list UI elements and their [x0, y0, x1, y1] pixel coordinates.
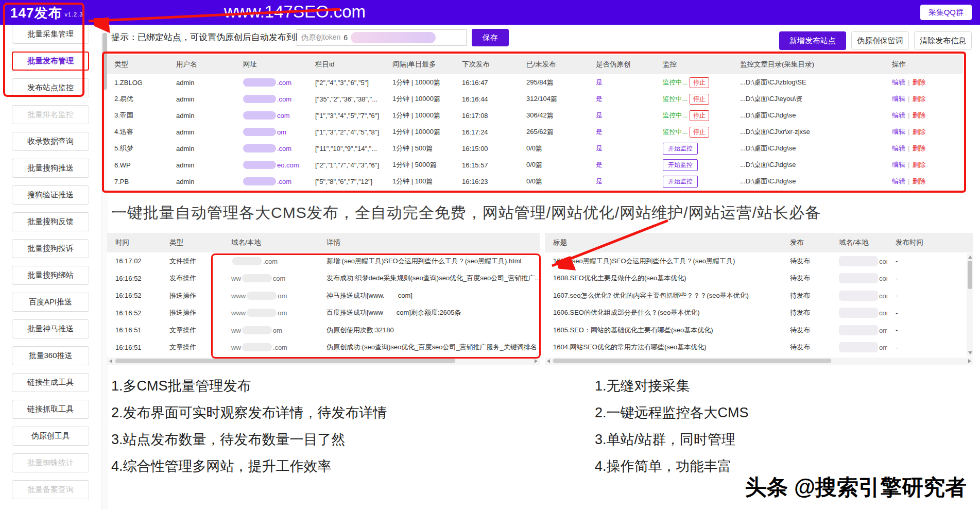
pseudo-token-input[interactable]: 伪原创token 6	[297, 29, 467, 46]
sidebar-item[interactable]: 批量搜狗推送	[12, 159, 89, 178]
scrollbar-thumb[interactable]	[968, 261, 972, 289]
site-interval: 1分钟 | 10000篇	[385, 127, 455, 137]
log-time: 16:16:52	[107, 275, 161, 282]
start-monitor-button[interactable]: 开始监控	[663, 143, 698, 155]
sidebar-item[interactable]: 批量发布管理	[12, 52, 89, 71]
sidebar-item[interactable]: 批量搜狗反馈	[12, 212, 89, 231]
sidebar-item-label: 批量搜狗推送	[27, 163, 74, 173]
log-row: 16:16:51 文章操作 wwom 伪原创使用次数:32180	[107, 321, 540, 339]
site-monitor-cell: 开始监控	[656, 159, 733, 171]
stop-monitor-button[interactable]: 停止	[690, 110, 709, 121]
pending-vertical-scrollbar[interactable]	[967, 253, 973, 357]
pseudo-reserved-words-button[interactable]: 伪原创保留词	[851, 31, 909, 50]
log-type: 文件操作	[161, 257, 223, 266]
log-domain-suffix: .com	[263, 258, 278, 265]
edit-link[interactable]: 编辑	[892, 177, 905, 185]
site-actions: 编辑|删除	[885, 144, 963, 153]
col-type: 类型	[107, 60, 169, 69]
scroll-right-icon[interactable]	[535, 359, 538, 363]
log-row: 16:16:52 推送操作 wwwom 百度推送成功[www com]剩余额度:…	[107, 304, 540, 322]
scrollbar-thumb[interactable]	[553, 359, 831, 363]
redacted-domain-blur	[839, 256, 878, 266]
edit-link[interactable]: 编辑	[892, 95, 905, 103]
sidebar-item[interactable]: 搜狗验证推送	[12, 185, 89, 205]
scrollbar-thumb[interactable]	[115, 359, 455, 363]
log-horizontal-scrollbar[interactable]	[107, 358, 540, 365]
stop-monitor-button[interactable]: 停止	[690, 127, 709, 138]
sidebar-item[interactable]: 批量备案查询	[12, 480, 89, 499]
save-button[interactable]: 保存	[472, 29, 509, 46]
sidebar-item[interactable]: 批量神马推送	[12, 319, 89, 338]
edit-link[interactable]: 编辑	[892, 128, 905, 135]
start-monitor-button[interactable]: 开始监控	[663, 176, 698, 188]
feature-list-left: 1.多CMS批量管理发布2.发布界面可实时观察发布详情，待发布详情3.站点发布数…	[111, 377, 387, 484]
sidebar-item[interactable]: 链接抓取工具	[12, 400, 89, 419]
delete-link[interactable]: 删除	[912, 161, 925, 168]
sidebar-item[interactable]: 链接生成工具	[12, 373, 89, 392]
sidebar-item[interactable]: 批量360推送	[12, 346, 89, 365]
pending-title: 1607.seo怎么优化? 优化的内容主要包括哪些？？？(seo基本优化)	[545, 291, 782, 300]
pending-status: 待发布	[782, 291, 831, 300]
site-pseudo-flag: 是	[589, 160, 656, 169]
table-row: 7.PB admin .com ["5","8","6","7","12"] 1…	[107, 173, 963, 190]
site-interval: 1分钟 | 100篇	[385, 177, 455, 186]
site-url: .com	[236, 95, 308, 103]
site-published-count: 312/104篇	[519, 94, 589, 104]
scrollbar-thumb[interactable]	[102, 33, 107, 90]
site-next-publish: 16:16:23	[455, 178, 519, 185]
delete-link[interactable]: 删除	[912, 111, 925, 119]
scroll-left-icon[interactable]	[547, 359, 550, 363]
delete-link[interactable]: 删除	[912, 78, 925, 86]
delete-link[interactable]: 删除	[912, 144, 925, 152]
sidebar-item[interactable]: 批量蜘蛛统计	[12, 453, 89, 472]
clear-publish-info-button[interactable]: 清除发布信息	[914, 31, 972, 50]
scroll-left-icon[interactable]	[109, 359, 112, 363]
sidebar-item-label: 批量发布管理	[27, 56, 74, 66]
edit-link[interactable]: 编辑	[892, 144, 905, 152]
log-detail: 百度推送成功[www com]剩余额度:2605条	[318, 308, 540, 317]
sidebar-item[interactable]: 发布站点监控	[12, 78, 89, 97]
table-row: 3.帝国 admin com ["1","3","4","5","7","6"]…	[107, 107, 963, 124]
edit-link[interactable]: 编辑	[892, 111, 905, 119]
edit-link[interactable]: 编辑	[892, 161, 905, 168]
sidebar-item[interactable]: 批量搜狗绑站	[12, 266, 89, 285]
app-logo: 147发布v1.2.3	[10, 4, 83, 22]
sidebar-item[interactable]: 批量搜狗投诉	[12, 239, 89, 258]
site-monitor-cell: 开始监控	[656, 143, 733, 155]
log-domain: wwcom	[223, 274, 318, 282]
site-url: eo.com	[236, 161, 308, 169]
sidebar-item-label: 批量蜘蛛统计	[27, 458, 74, 468]
pending-domain: om	[831, 342, 887, 352]
site-published-count: 0/0篇	[519, 144, 589, 153]
sidebar-item[interactable]: 收录数据查询	[12, 132, 89, 151]
log-detail: 新增:(seo黑帽工具)SEO会运用到些什么工具？(seo黑帽工具).html	[318, 257, 540, 266]
sidebar-item[interactable]: 伪原创工具	[12, 427, 89, 446]
edit-link[interactable]: 编辑	[892, 78, 905, 86]
scroll-up-icon[interactable]	[968, 256, 972, 259]
qq-group-button[interactable]: 采集QQ群	[920, 5, 972, 20]
start-monitor-button[interactable]: 开始监控	[663, 159, 698, 171]
sidebar-item[interactable]: 批量排名监控	[12, 105, 89, 124]
sidebar-item-label: 批量搜狗绑站	[27, 270, 74, 280]
feature-list-right: 1.无缝对接采集2.一键远程监控各大CMS3.单站/站群，同时管理4.操作简单，…	[595, 377, 749, 484]
stop-monitor-button[interactable]: 停止	[690, 77, 709, 88]
scroll-down-icon[interactable]	[968, 351, 972, 354]
log-domain-suffix: com	[273, 275, 286, 282]
site-interval: 1分钟 | 10000篇	[385, 111, 455, 120]
pending-horizontal-scrollbar[interactable]	[545, 358, 973, 365]
site-actions: 编辑|删除	[885, 111, 963, 120]
pending-domain: com	[831, 308, 887, 318]
delete-link[interactable]: 删除	[912, 95, 925, 103]
sidebar-item[interactable]: 批量采集管理	[12, 25, 89, 44]
sidebar-item[interactable]: 百度API推送	[12, 293, 89, 312]
site-published-count: 0/0篇	[519, 177, 589, 186]
site-next-publish: 16:16:44	[455, 95, 519, 103]
site-published-count: 306/42篇	[519, 111, 589, 120]
add-publish-site-button[interactable]: 新增发布站点	[779, 31, 846, 50]
delete-link[interactable]: 删除	[912, 128, 925, 135]
stop-monitor-button[interactable]: 停止	[690, 94, 709, 105]
site-column-ids: ["2","1","7","4","3","6"]	[308, 161, 385, 169]
scroll-up-icon[interactable]	[103, 27, 107, 30]
delete-link[interactable]: 删除	[912, 177, 925, 185]
scroll-right-icon[interactable]	[968, 359, 971, 363]
